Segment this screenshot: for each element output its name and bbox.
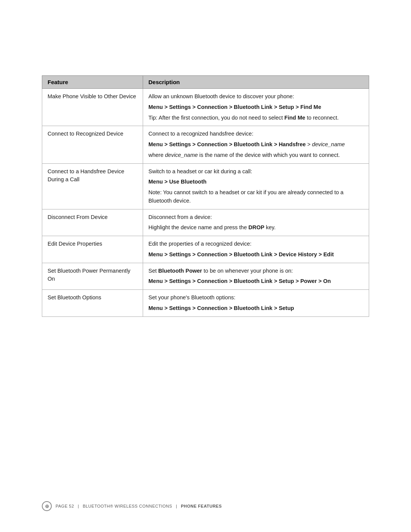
motorola-icon: ⊕ <box>42 501 52 511</box>
desc-line: Menu > Settings > Connection > Bluetooth… <box>148 304 363 313</box>
feature-cell: Edit Device Properties <box>42 236 143 263</box>
table-row: Make Phone Visible to Other DeviceAllow … <box>42 89 369 126</box>
description-cell: Set Bluetooth Power to be on whenever yo… <box>143 263 369 290</box>
page-container: Feature Description Make Phone Visible t… <box>0 0 411 532</box>
desc-line: Connect to a recognized handsfree device… <box>148 130 363 138</box>
footer-sep2: | <box>176 504 177 508</box>
footer-page: PAGE 52 <box>56 504 74 508</box>
feature-cell: Disconnect From Device <box>42 209 143 236</box>
desc-line: Menu > Settings > Connection > Bluetooth… <box>148 103 363 112</box>
desc-line: Disconnect from a device: <box>148 213 363 222</box>
desc-line: Switch to a headset or car kit during a … <box>148 168 363 176</box>
description-cell: Set your phone's Bluetooth options:Menu … <box>143 290 369 317</box>
table-row: Set Bluetooth OptionsSet your phone's Bl… <box>42 290 369 317</box>
feature-cell: Connect to a Handsfree Device During a C… <box>42 163 143 209</box>
table-row: Connect to Recognized DeviceConnect to a… <box>42 126 369 163</box>
description-cell: Allow an unknown Bluetooth device to dis… <box>143 89 369 126</box>
table-row: Disconnect From DeviceDisconnect from a … <box>42 209 369 236</box>
table-row: Edit Device PropertiesEdit the propertie… <box>42 236 369 263</box>
description-cell: Switch to a headset or car kit during a … <box>143 163 369 209</box>
desc-line: Menu > Use Bluetooth <box>148 178 363 186</box>
footer-section: BLUETOOTH® WIRELESS CONNECTIONS <box>83 504 172 508</box>
desc-line: Menu > Settings > Connection > Bluetooth… <box>148 251 363 259</box>
description-cell: Disconnect from a device:Highlight the d… <box>143 209 369 236</box>
features-table: Feature Description Make Phone Visible t… <box>42 75 369 317</box>
desc-line: Highlight the device name and press the … <box>148 224 363 232</box>
col-feature: Feature <box>42 76 143 89</box>
footer-sep1: | <box>78 504 79 508</box>
desc-line: Note: You cannot switch to a headset or … <box>148 189 363 205</box>
description-cell: Connect to a recognized handsfree device… <box>143 126 369 163</box>
footer-chapter: PHONE FEATURES <box>181 504 222 508</box>
feature-cell: Make Phone Visible to Other Device <box>42 89 143 126</box>
table-row: Set Bluetooth Power Permanently OnSet Bl… <box>42 263 369 290</box>
desc-line: Set your phone's Bluetooth options: <box>148 294 363 302</box>
desc-line: where device_name is the name of the dev… <box>148 151 363 160</box>
desc-line: Set Bluetooth Power to be on whenever yo… <box>148 267 363 275</box>
desc-line: Edit the properties of a recognized devi… <box>148 240 363 248</box>
feature-cell: Connect to Recognized Device <box>42 126 143 163</box>
desc-line: Menu > Settings > Connection > Bluetooth… <box>148 141 363 149</box>
col-description: Description <box>143 76 369 89</box>
desc-line: Tip: After the first connection, you do … <box>148 114 363 122</box>
desc-line: Menu > Settings > Connection > Bluetooth… <box>148 277 363 286</box>
description-cell: Edit the properties of a recognized devi… <box>143 236 369 263</box>
table-row: Connect to a Handsfree Device During a C… <box>42 163 369 209</box>
feature-cell: Set Bluetooth Power Permanently On <box>42 263 143 290</box>
feature-cell: Set Bluetooth Options <box>42 290 143 317</box>
desc-line: Allow an unknown Bluetooth device to dis… <box>148 93 363 101</box>
table-header-row: Feature Description <box>42 76 369 89</box>
page-footer: ⊕ PAGE 52 | BLUETOOTH® WIRELESS CONNECTI… <box>42 501 369 511</box>
